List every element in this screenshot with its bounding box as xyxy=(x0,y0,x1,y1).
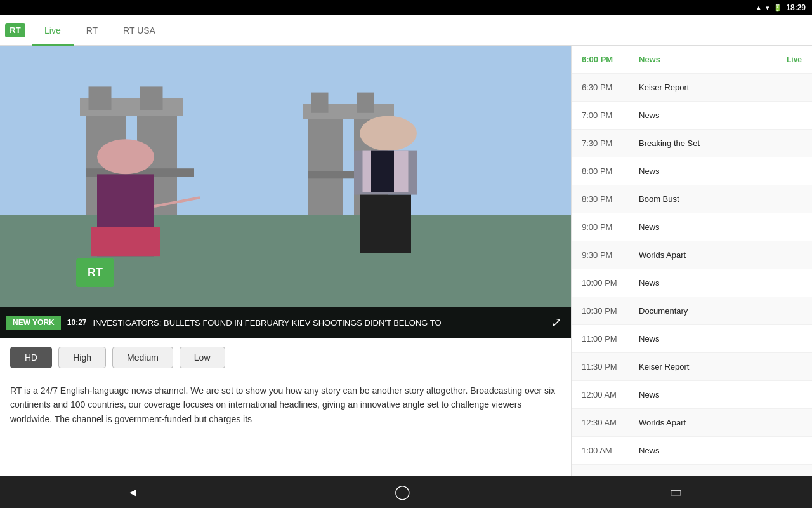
schedule-show: Documentary xyxy=(639,306,802,316)
schedule-row[interactable]: 11:30 PMKeiser Report xyxy=(572,353,812,381)
schedule-time: 9:00 PM xyxy=(582,222,639,232)
schedule-show: Worlds Apart xyxy=(639,418,802,427)
schedule-row[interactable]: 10:30 PMDocumentary xyxy=(572,297,812,325)
schedule-time: 10:30 PM xyxy=(582,306,639,316)
schedule-show: Boom Bust xyxy=(639,194,802,204)
time-display: 18:29 xyxy=(786,3,806,12)
ticker-text: INVESTIGATORS: BULLETS FOUND IN FEBRUARY… xyxy=(93,318,543,328)
svg-rect-4 xyxy=(89,86,112,110)
schedule-time: 12:00 AM xyxy=(582,390,639,399)
description: RT is a 24/7 English-language news chann… xyxy=(0,377,571,439)
status-bar: ▲ ▾ 🔋 18:29 xyxy=(0,0,812,15)
svg-rect-25 xyxy=(371,151,394,192)
quality-medium-button[interactable]: Medium xyxy=(112,347,173,368)
rt-overlay-text: RT xyxy=(88,266,103,279)
schedule-time: 6:00 PM xyxy=(582,55,639,64)
schedule-list: 6:00 PMNewsLive6:30 PMKeiser Report7:00 … xyxy=(572,46,812,476)
svg-rect-11 xyxy=(311,93,329,113)
svg-rect-19 xyxy=(91,227,160,256)
schedule-show: News xyxy=(639,278,802,288)
schedule-row[interactable]: 12:30 AMWorlds Apart xyxy=(572,409,812,437)
battery-icon: 🔋 xyxy=(773,4,782,12)
schedule-time: 8:30 PM xyxy=(582,194,639,204)
schedule-row[interactable]: 6:00 PMNewsLive xyxy=(572,46,812,74)
schedule-row[interactable]: 7:00 PMNews xyxy=(572,102,812,130)
schedule-time: 6:30 PM xyxy=(582,83,639,92)
schedule-row[interactable]: 10:00 PMNews xyxy=(572,269,812,297)
tab-rt[interactable]: RT xyxy=(74,15,110,46)
schedule-time: 1:00 AM xyxy=(582,446,639,455)
svg-point-17 xyxy=(97,139,154,174)
description-text: RT is a 24/7 English-language news chann… xyxy=(10,384,561,426)
schedule-time: 11:00 PM xyxy=(582,334,639,344)
schedule-row[interactable]: 8:30 PMBoom Bust xyxy=(572,185,812,213)
schedule-show: News xyxy=(639,110,802,120)
signal-icon: ▲ xyxy=(755,4,762,11)
schedule-time: 8:00 PM xyxy=(582,166,639,176)
tab-live[interactable]: Live xyxy=(32,15,74,46)
schedule-row[interactable]: 6:30 PMKeiser Report xyxy=(572,74,812,102)
home-button[interactable]: ◯ xyxy=(382,479,423,505)
schedule-show: Keiser Report xyxy=(639,362,802,371)
schedule-show: News xyxy=(639,166,802,176)
quality-high-button[interactable]: High xyxy=(58,347,106,368)
schedule-panel: 6:00 PMNewsLive6:30 PMKeiser Report7:00 … xyxy=(571,46,812,476)
schedule-show: Keiser Report xyxy=(639,83,802,92)
quality-low-button[interactable]: Low xyxy=(180,347,225,368)
schedule-time: 12:30 AM xyxy=(582,418,639,427)
svg-rect-9 xyxy=(308,110,343,221)
schedule-time: 10:00 PM xyxy=(582,278,639,288)
schedule-show: News xyxy=(639,446,802,455)
news-ticker: NEW YORK 10:27 INVESTIGATORS: BULLETS FO… xyxy=(0,307,571,338)
quality-hd-button[interactable]: HD xyxy=(10,347,52,368)
tab-bar: RT Live RT RT USA xyxy=(0,15,812,46)
schedule-show: Breaking the Set xyxy=(639,138,802,148)
recents-button[interactable]: ▭ xyxy=(657,479,695,505)
video-frame: RT NEW YORK 10:27 INVESTIGATORS: BULLETS… xyxy=(0,46,571,338)
schedule-show: News xyxy=(639,390,802,399)
svg-rect-14 xyxy=(357,93,374,113)
schedule-time: 11:30 PM xyxy=(582,362,639,371)
video-background xyxy=(0,46,571,338)
left-panel: RT NEW YORK 10:27 INVESTIGATORS: BULLETS… xyxy=(0,46,571,476)
schedule-row[interactable]: 12:00 AMNews xyxy=(572,381,812,409)
schedule-show: News xyxy=(639,334,802,344)
rt-logo-text: RT xyxy=(10,25,20,35)
schedule-row[interactable]: 8:00 PMNews xyxy=(572,157,812,185)
schedule-row[interactable]: 1:00 AMNews xyxy=(572,437,812,465)
rt-logo: RT xyxy=(5,23,25,37)
svg-rect-7 xyxy=(140,86,163,110)
schedule-show: News xyxy=(639,55,782,64)
ticker-location: NEW YORK xyxy=(6,316,61,330)
bottom-nav: ◂ ◯ ▭ xyxy=(0,476,812,508)
schedule-time: 9:30 PM xyxy=(582,250,639,260)
tab-rt-usa[interactable]: RT USA xyxy=(110,15,168,46)
schedule-row[interactable]: 7:30 PMBreaking the Set xyxy=(572,130,812,157)
quality-bar: HD High Medium Low xyxy=(0,338,571,377)
main-content: RT NEW YORK 10:27 INVESTIGATORS: BULLETS… xyxy=(0,46,812,476)
schedule-show: Worlds Apart xyxy=(639,250,802,260)
svg-rect-23 xyxy=(360,195,411,253)
ticker-time: 10:27 xyxy=(61,318,93,327)
schedule-time: 7:00 PM xyxy=(582,110,639,120)
schedule-row[interactable]: 1:30 AMKeiser Report xyxy=(572,465,812,476)
scene-svg xyxy=(0,46,571,338)
svg-point-21 xyxy=(360,116,417,150)
schedule-show: News xyxy=(639,222,802,232)
video-container: RT NEW YORK 10:27 INVESTIGATORS: BULLETS… xyxy=(0,46,571,338)
live-badge: Live xyxy=(787,55,802,64)
schedule-row[interactable]: 9:30 PMWorlds Apart xyxy=(572,241,812,269)
wifi-icon: ▾ xyxy=(766,4,769,12)
fullscreen-button[interactable]: ⤢ xyxy=(542,315,571,330)
back-button[interactable]: ◂ xyxy=(117,479,149,505)
schedule-time: 7:30 PM xyxy=(582,138,639,148)
rt-overlay-logo: RT xyxy=(76,258,114,287)
schedule-row[interactable]: 11:00 PMNews xyxy=(572,325,812,353)
schedule-row[interactable]: 9:00 PMNews xyxy=(572,213,812,241)
